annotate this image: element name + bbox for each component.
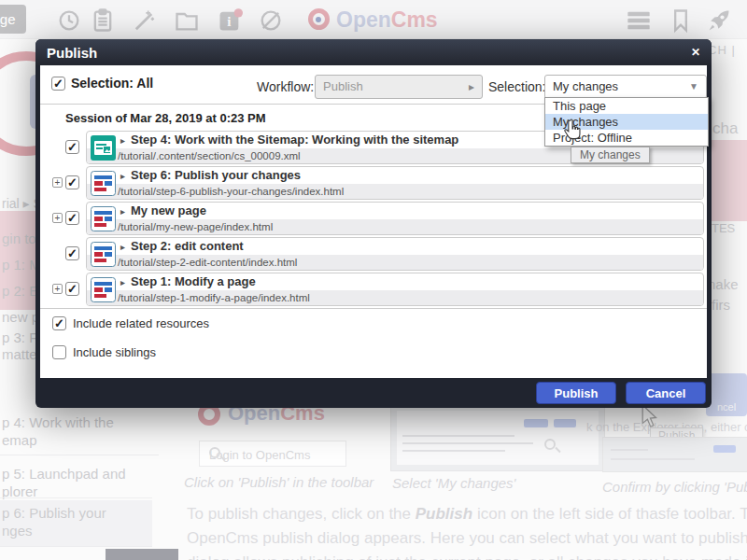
disclosure-icon[interactable] [120, 133, 131, 147]
resource-row: /tutorial/step-1-modify-a-page/index.htm… [40, 273, 707, 306]
disclosure-icon[interactable] [120, 168, 131, 182]
workflow-select[interactable]: Publish ▸ [315, 75, 483, 99]
resource-type-icon [91, 171, 116, 196]
resource-type-icon [91, 277, 116, 302]
resource-title: Step 2: edit content [131, 239, 244, 253]
resource-row: /tutorial/step-6-publish-your-changes/in… [40, 166, 707, 200]
include-related-checkbox[interactable] [52, 316, 66, 330]
publish-dialog: Publish ✕ Selection: All Workflow: Publi… [35, 39, 712, 408]
resource-item[interactable]: /tutorial/step-2-edit-content/index.html… [86, 237, 704, 271]
dialog-footer: Publish Cancel [35, 378, 712, 408]
resource-checkbox[interactable] [65, 175, 79, 189]
resource-path: /tutorial/my-new-page/index.html [87, 219, 703, 234]
resource-checkbox[interactable] [65, 282, 79, 296]
dropdown-option[interactable]: This page [545, 98, 708, 114]
selection-value: My changes [553, 79, 618, 93]
dialog-header[interactable]: Publish ✕ [35, 39, 712, 65]
dropdown-tooltip: My changes [571, 147, 650, 163]
expand-icon[interactable] [52, 213, 63, 223]
disclosure-icon[interactable] [120, 203, 131, 217]
selection-all-control[interactable]: Selection: All [51, 76, 153, 91]
include-siblings-checkbox[interactable] [52, 345, 66, 359]
selection-select[interactable]: My changes ▼ [544, 75, 707, 99]
session-title: Session of Mar 28, 2019 at 0:23 PM [65, 111, 266, 125]
resource-row: /tutorial/my-new-page/index.html My new … [40, 202, 707, 235]
workflow-arrow-icon: ▸ [469, 76, 474, 98]
resource-checkbox[interactable] [65, 140, 79, 154]
cancel-button[interactable]: Cancel [626, 382, 706, 404]
resource-path: /tutorial/step-6-publish-your-changes/in… [87, 184, 703, 199]
resource-path: /tutorial/step-1-modify-a-page/index.htm… [87, 290, 703, 305]
resource-title: My new page [131, 203, 206, 217]
workflow-label: Workflow: [257, 79, 314, 94]
resource-checkbox[interactable] [65, 211, 79, 225]
screen: Page i OpenCms CH | [0, 0, 747, 560]
chevron-down-icon: ▼ [689, 76, 698, 98]
selection-all-label: Selection: All [71, 76, 153, 91]
include-siblings-label: Include siblings [73, 345, 156, 359]
disclosure-icon[interactable] [120, 274, 131, 288]
resource-item[interactable]: /tutorial/step-6-publish-your-changes/in… [86, 166, 704, 200]
resource-item[interactable]: /tutorial/step-1-modify-a-page/index.htm… [86, 273, 704, 306]
resource-title: Step 1: Modify a page [131, 274, 256, 288]
resource-type-icon [91, 242, 116, 267]
include-siblings-control[interactable]: Include siblings [52, 345, 156, 359]
resource-type-icon [91, 206, 116, 231]
expand-icon[interactable] [52, 284, 63, 294]
include-related-control[interactable]: Include related resources [52, 316, 209, 330]
resource-row: /tutorial/step-2-edit-content/index.html… [40, 237, 707, 271]
resource-item[interactable]: /tutorial/my-new-page/index.html My new … [86, 202, 704, 235]
include-related-label: Include related resources [73, 316, 209, 330]
publish-button[interactable]: Publish [536, 382, 616, 404]
disclosure-icon[interactable] [120, 239, 131, 253]
expand-icon[interactable] [52, 177, 63, 188]
close-icon[interactable]: ✕ [691, 46, 712, 59]
selection-label: Selection: [488, 79, 545, 94]
resource-title: Step 6: Publish your changes [131, 168, 301, 182]
workflow-value: Publish [323, 79, 363, 93]
dialog-title: Publish [35, 45, 97, 61]
hand-cursor [562, 118, 585, 144]
resource-path: /tutorial/step-2-edit-content/index.html [87, 255, 703, 270]
selection-all-checkbox[interactable] [51, 77, 65, 91]
resource-title: Step 4: Work with the Sitemap: Working w… [131, 133, 458, 147]
resource-checkbox[interactable] [65, 246, 79, 260]
resource-type-icon [91, 135, 116, 161]
